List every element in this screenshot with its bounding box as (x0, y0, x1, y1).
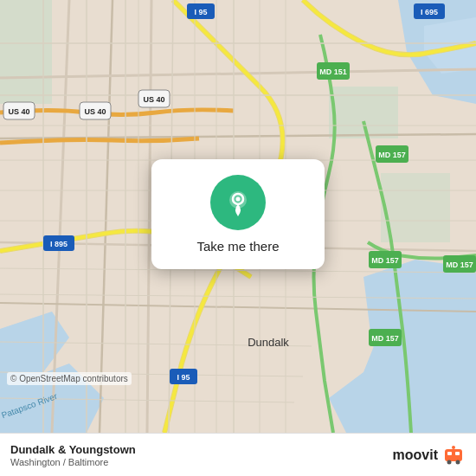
svg-text:MD 157: MD 157 (371, 256, 399, 265)
location-icon-bg (210, 175, 266, 230)
svg-text:I 95: I 95 (177, 373, 190, 382)
moovit-text: moovit (393, 447, 438, 463)
location-name: Dundalk & Youngstown (10, 443, 136, 456)
svg-text:US 40: US 40 (8, 107, 29, 116)
svg-point-70 (447, 460, 452, 464)
svg-text:MD 157: MD 157 (378, 151, 406, 159)
svg-text:MD 151: MD 151 (319, 68, 347, 76)
map-container: I 95 I 695 US 40 US 40 US 40 MD 151 MD 1… (0, 0, 476, 433)
svg-rect-8 (329, 87, 398, 138)
svg-text:I 895: I 895 (50, 240, 68, 248)
svg-text:Dundalk: Dundalk (248, 336, 289, 349)
svg-point-72 (452, 446, 455, 449)
svg-text:MD 157: MD 157 (371, 334, 399, 343)
svg-rect-69 (455, 452, 460, 455)
svg-text:US 40: US 40 (143, 95, 164, 104)
svg-point-66 (236, 196, 241, 201)
moovit-logo: moovit (393, 446, 466, 465)
svg-text:I 95: I 95 (194, 8, 207, 16)
location-info: Dundalk & Youngstown Washington / Baltim… (10, 443, 136, 467)
svg-text:I 695: I 695 (421, 8, 438, 16)
svg-point-71 (456, 460, 460, 464)
bottom-bar: Dundalk & Youngstown Washington / Baltim… (0, 433, 476, 476)
svg-rect-67 (445, 449, 462, 461)
card-overlay: Take me there (151, 159, 325, 269)
svg-text:US 40: US 40 (84, 107, 106, 116)
take-me-there-button[interactable]: Take me there (196, 239, 279, 254)
svg-rect-68 (447, 452, 452, 455)
svg-text:MD 157: MD 157 (446, 261, 473, 269)
moovit-icon (441, 446, 466, 465)
location-sub: Washington / Baltimore (10, 457, 136, 467)
osm-credit: © OpenStreetMap contributors (7, 372, 132, 385)
svg-rect-7 (0, 0, 52, 104)
